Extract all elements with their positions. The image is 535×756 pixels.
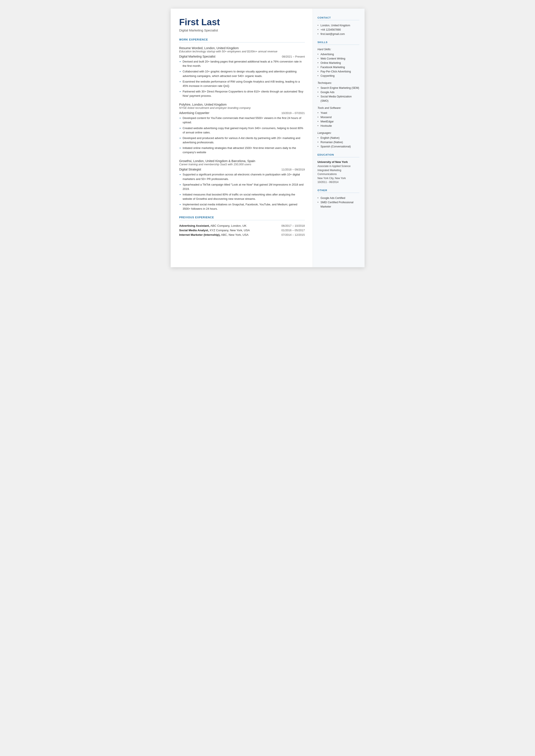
job-block-2: Polyhire, London, United Kingdom NYSE-li…: [179, 103, 305, 154]
employer-3-desc: Career training and membership SaaS with…: [179, 163, 305, 166]
job-title-3: Digital Strategist: [179, 168, 201, 171]
candidate-name: First Last: [179, 17, 305, 27]
hard-skill-5: Pay-Per-Click Advertising: [318, 70, 359, 74]
contact-list: London, United Kingdom +44 1234567890 fi…: [318, 23, 359, 36]
right-column: CONTACT London, United Kingdom +44 12345…: [313, 9, 365, 267]
candidate-title: Digital Marketing Specialist: [179, 28, 305, 32]
job-block-1: Resume Worded, London, United Kingdom Ed…: [179, 46, 305, 98]
employer-1-name: Resume Worded,: [179, 46, 204, 50]
education-degree: Associate in Applied Science: [318, 164, 359, 168]
skills-section: SKILLS Hard Skills: Advertising Web Cont…: [318, 41, 359, 149]
contact-item-1: London, United Kingdom: [318, 23, 359, 28]
bullet-3-2: Spearheaded a TikTok campaign titled "Lo…: [179, 182, 305, 191]
bullet-2-1: Developed content for YouTube commercial…: [179, 116, 305, 125]
hard-skill-1: Advertising: [318, 52, 359, 56]
techniques-label: Techniques:: [318, 81, 359, 84]
contact-item-2: +44 1234567890: [318, 28, 359, 32]
job-block-3: Growthsi, London, United Kingdom & Barce…: [179, 159, 305, 211]
technique-3: Social Media Optimization (SMO): [318, 95, 359, 103]
education-dates: 10/2011 - 06/2014: [318, 180, 359, 184]
bullet-1-1: Devised and built 20+ landing pages that…: [179, 60, 305, 68]
prev-exp-title-2: Social Media Analyst,: [179, 229, 209, 232]
hard-skill-4: Facebook Marketing: [318, 65, 359, 70]
hard-skill-6: Copywriting: [318, 74, 359, 78]
previous-experience-header: PREVIOUS EXPERIENCE: [179, 216, 305, 220]
tool-4: Hootsuite: [318, 124, 359, 128]
resume-wrapper: First Last Digital Marketing Specialist …: [171, 9, 365, 267]
education-section: EDUCATION University of New York Associa…: [318, 154, 359, 184]
hard-skill-3: Online Marketing: [318, 61, 359, 65]
bullet-3-4: Implemented social media initiatives on …: [179, 202, 305, 211]
skills-header: SKILLS: [318, 41, 359, 45]
bullet-2-2: Created website advertising copy that ga…: [179, 126, 305, 135]
contact-section: CONTACT London, United Kingdom +44 12345…: [318, 16, 359, 36]
contact-header: CONTACT: [318, 16, 359, 20]
other-section: OTHER Google Ads Certified SMEI Certifie…: [318, 189, 359, 209]
other-item-1: Google Ads Certified: [318, 196, 359, 200]
technique-1: Search Engine Marketing (SEM): [318, 86, 359, 90]
employer-2: Polyhire, London, United Kingdom: [179, 103, 305, 106]
job-row-3: Digital Strategist 11/2018 – 09/2019: [179, 168, 305, 171]
bullet-2-4: Initiated online marketing strategies th…: [179, 146, 305, 154]
prev-exp-dates-2: 01/2016 – 05/2017: [281, 229, 305, 232]
work-experience-header: WORK EXPERIENCE: [179, 38, 305, 42]
employer-1-desc: Education technology startup with 50+ em…: [179, 50, 305, 53]
education-major: Integrated Marketing Communications: [318, 168, 359, 176]
employer-2-desc: NYSE-listed recruitment and employer bra…: [179, 106, 305, 109]
employer-1-rest: London, United Kingdom: [203, 46, 239, 50]
job-dates-1: 08/2021 – Present: [282, 55, 305, 58]
languages-list: English (Native) Romanian (Native) Spani…: [318, 136, 359, 149]
job-row-1: Digital Marketing Specialist 08/2021 – P…: [179, 55, 305, 58]
tools-label: Tools and Software:: [318, 106, 359, 109]
prev-exp-label-3: Internet Marketer (Internship), ABC, New…: [179, 233, 282, 237]
language-2: Romanian (Native): [318, 140, 359, 144]
prev-exp-dates-3: 07/2014 – 12/2015: [281, 233, 305, 237]
prev-exp-dates-1: 06/2017 – 10/2018: [281, 224, 305, 227]
other-item-2: SMEI Certified Professional Marketer: [318, 200, 359, 209]
job-title-1: Digital Marketing Specialist: [179, 55, 215, 58]
tool-1: Yoast: [318, 111, 359, 115]
hard-skills-list: Advertising Web Content Writing Online M…: [318, 52, 359, 78]
language-3: Spanish (Conversational): [318, 144, 359, 149]
bullet-3-3: Initiated measures that boosted 80% of t…: [179, 192, 305, 201]
job-row-2: Advertising Copywriter 10/2019 – 07/2021: [179, 111, 305, 115]
prev-exp-row-3: Internet Marketer (Internship), ABC, New…: [179, 233, 305, 237]
bullet-1-2: Collaborated with 10+ graphic designers …: [179, 70, 305, 78]
bullet-1-4: Partnered with 30+ Direct Response Copyw…: [179, 90, 305, 98]
other-header: OTHER: [318, 189, 359, 193]
contact-item-3: first.last@gmail.com: [318, 32, 359, 36]
prev-exp-company-2: XYZ Company, New York, USA: [209, 229, 250, 232]
prev-exp-company-3: ABC, New York, USA: [220, 233, 249, 237]
employer-3: Growthsi, London, United Kingdom & Barce…: [179, 159, 305, 163]
language-1: English (Native): [318, 136, 359, 140]
prev-exp-label-2: Social Media Analyst, XYZ Company, New Y…: [179, 229, 282, 232]
languages-label: Languages:: [318, 131, 359, 134]
job-bullets-2: Developed content for YouTube commercial…: [179, 116, 305, 154]
job-title-2: Advertising Copywriter: [179, 111, 210, 115]
prev-exp-title-1: Advertising Assistant,: [179, 224, 210, 227]
hard-skills-label: Hard Skills:: [318, 48, 359, 51]
tool-3: MeetEdgar: [318, 119, 359, 124]
other-list: Google Ads Certified SMEI Certified Prof…: [318, 196, 359, 209]
hard-skill-2: Web Content Writing: [318, 56, 359, 61]
bullet-3-1: Supported a significant promotion across…: [179, 172, 305, 181]
employer-3-rest: London, United Kingdom & Barcelona, Spai…: [192, 159, 255, 163]
employer-2-rest: London, United Kingdom: [191, 103, 227, 106]
education-school: University of New York: [318, 160, 359, 164]
bullet-2-3: Developed and produced adverts for vario…: [179, 136, 305, 145]
prev-exp-row-1: Advertising Assistant, ABC Company, Lond…: [179, 224, 305, 227]
technique-2: Google Ads: [318, 90, 359, 95]
prev-exp-row-2: Social Media Analyst, XYZ Company, New Y…: [179, 229, 305, 232]
job-dates-3: 11/2018 – 09/2019: [281, 168, 305, 171]
left-column: First Last Digital Marketing Specialist …: [171, 9, 313, 267]
employer-2-name: Polyhire,: [179, 103, 191, 106]
tools-list: Yoast Moosend MeetEdgar Hootsuite: [318, 111, 359, 128]
employer-3-name: Growthsi,: [179, 159, 192, 163]
tool-2: Moosend: [318, 115, 359, 119]
prev-exp-title-3: Internet Marketer (Internship),: [179, 233, 220, 237]
job-bullets-3: Supported a significant promotion across…: [179, 172, 305, 211]
job-bullets-1: Devised and built 20+ landing pages that…: [179, 60, 305, 98]
prev-exp-company-1: ABC Company, London, UK: [210, 224, 246, 227]
bullet-1-3: Examined the website performance of RW u…: [179, 79, 305, 88]
prev-exp-label-1: Advertising Assistant, ABC Company, Lond…: [179, 224, 282, 227]
